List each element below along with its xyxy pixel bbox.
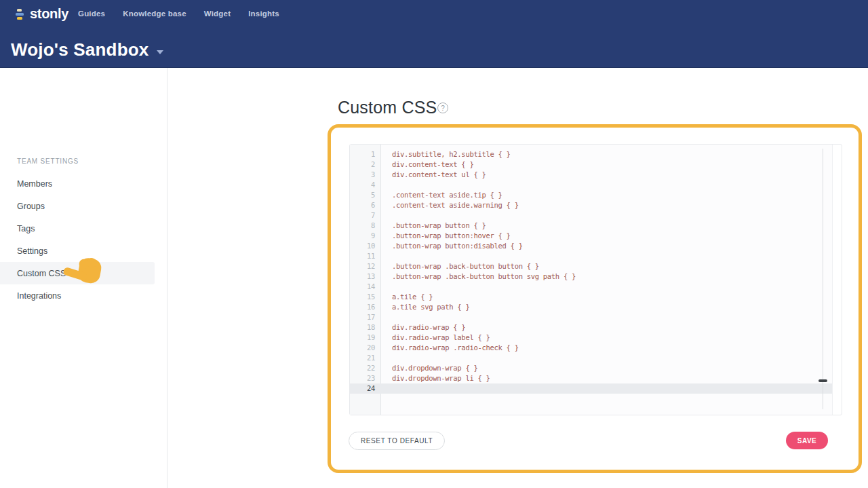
top-nav: GuidesKnowledge baseWidgetInsights bbox=[78, 0, 279, 27]
line-number: 5 bbox=[350, 190, 381, 200]
editor-scrollbar-track[interactable] bbox=[823, 149, 823, 409]
code-line-17[interactable]: 17 bbox=[350, 312, 832, 322]
top-header: stonly GuidesKnowledge baseWidgetInsight… bbox=[0, 0, 868, 68]
line-number: 15 bbox=[350, 292, 381, 302]
line-number: 23 bbox=[350, 373, 381, 383]
line-number: 7 bbox=[350, 210, 381, 221]
line-number: 11 bbox=[350, 251, 381, 261]
line-code: div.content-text { } bbox=[381, 159, 473, 170]
stonly-logo[interactable]: stonly bbox=[15, 6, 68, 22]
code-line-15[interactable]: 15a.tile { } bbox=[350, 292, 832, 302]
code-line-13[interactable]: 13.button-wrap .back-button button svg p… bbox=[350, 271, 832, 282]
line-number: 18 bbox=[350, 322, 381, 333]
editor-scroll-area: 1div.subtitle, h2.subtitle { }2div.conte… bbox=[350, 145, 833, 415]
nav-item-guides[interactable]: Guides bbox=[78, 10, 105, 18]
settings-sidebar: TEAM SETTINGS MembersGroupsTagsSettingsC… bbox=[0, 68, 167, 488]
line-code: div.dropdown-wrap { } bbox=[381, 363, 477, 373]
line-code: div.content-text ul { } bbox=[381, 170, 486, 180]
code-line-2[interactable]: 2div.content-text { } bbox=[350, 159, 832, 170]
sidebar-item-custom-css[interactable]: Custom CSS bbox=[0, 262, 155, 284]
code-line-6[interactable]: 6.content-text aside.warning { } bbox=[350, 200, 832, 210]
sidebar-item-integrations[interactable]: Integrations bbox=[0, 284, 167, 307]
line-number: 22 bbox=[350, 363, 381, 373]
line-number: 24 bbox=[350, 383, 381, 394]
line-code bbox=[381, 282, 392, 292]
sidebar-item-members[interactable]: Members bbox=[0, 172, 167, 195]
save-button[interactable]: SAVE bbox=[786, 432, 828, 449]
code-lines: 1div.subtitle, h2.subtitle { }2div.conte… bbox=[350, 149, 832, 394]
line-code: div.radio-wrap { } bbox=[381, 322, 465, 333]
line-number: 14 bbox=[350, 282, 381, 292]
code-line-12[interactable]: 12.button-wrap .back-button button { } bbox=[350, 261, 832, 271]
line-number: 10 bbox=[350, 241, 381, 251]
line-number: 6 bbox=[350, 200, 381, 210]
code-line-20[interactable]: 20div.radio-wrap .radio-check { } bbox=[350, 343, 832, 353]
line-number: 20 bbox=[350, 343, 381, 353]
stonly-logo-icon bbox=[15, 7, 26, 21]
line-number: 13 bbox=[350, 271, 381, 282]
code-line-14[interactable]: 14 bbox=[350, 282, 832, 292]
line-code: .button-wrap button { } bbox=[381, 221, 486, 231]
sidebar-item-groups[interactable]: Groups bbox=[0, 195, 167, 217]
nav-item-widget[interactable]: Widget bbox=[204, 10, 231, 18]
chevron-down-icon bbox=[157, 50, 163, 54]
custom-css-card: 1div.subtitle, h2.subtitle { }2div.conte… bbox=[328, 124, 862, 473]
code-line-5[interactable]: 5.content-text aside.tip { } bbox=[350, 190, 832, 200]
line-code: div.subtitle, h2.subtitle { } bbox=[381, 149, 511, 159]
line-code: a.tile svg path { } bbox=[381, 302, 469, 312]
help-icon[interactable]: ? bbox=[437, 102, 448, 113]
code-line-19[interactable]: 19div.radio-wrap label { } bbox=[350, 333, 832, 343]
line-number: 12 bbox=[350, 261, 381, 271]
code-line-22[interactable]: 22div.dropdown-wrap { } bbox=[350, 363, 832, 373]
workspace-selector[interactable]: Wojo's Sandbox bbox=[11, 39, 163, 60]
code-line-18[interactable]: 18div.radio-wrap { } bbox=[350, 322, 832, 333]
reset-to-default-button[interactable]: RESET TO DEFAULT bbox=[349, 432, 445, 450]
code-line-16[interactable]: 16a.tile svg path { } bbox=[350, 302, 832, 312]
line-code: .content-text aside.tip { } bbox=[381, 190, 502, 200]
line-number: 19 bbox=[350, 333, 381, 343]
line-code: .button-wrap .back-button button { } bbox=[381, 261, 539, 271]
code-line-11[interactable]: 11 bbox=[350, 251, 832, 261]
code-line-23[interactable]: 23div.dropdown-wrap li { } bbox=[350, 373, 832, 383]
line-number: 21 bbox=[350, 353, 381, 363]
line-code: .button-wrap button:disabled { } bbox=[381, 241, 523, 251]
workspace-title: Wojo's Sandbox bbox=[11, 39, 149, 60]
nav-item-insights[interactable]: Insights bbox=[248, 10, 279, 18]
line-code: a.tile { } bbox=[381, 292, 433, 302]
editor-scrollbar-thumb[interactable] bbox=[818, 379, 827, 382]
logo-text: stonly bbox=[30, 6, 68, 22]
code-line-10[interactable]: 10.button-wrap button:disabled { } bbox=[350, 241, 832, 251]
line-code bbox=[381, 353, 392, 363]
code-line-4[interactable]: 4 bbox=[350, 180, 832, 190]
code-line-24[interactable]: 24 bbox=[350, 383, 832, 394]
sidebar-section-title: TEAM SETTINGS bbox=[17, 157, 79, 165]
line-code: .button-wrap button:hover { } bbox=[381, 231, 511, 241]
line-number: 9 bbox=[350, 231, 381, 241]
line-number: 1 bbox=[350, 149, 381, 159]
line-code: .content-text aside.warning { } bbox=[381, 200, 519, 210]
line-code bbox=[381, 180, 392, 190]
line-number: 4 bbox=[350, 180, 381, 190]
line-number: 3 bbox=[350, 170, 381, 180]
line-code: div.radio-wrap .radio-check { } bbox=[381, 343, 519, 353]
code-line-1[interactable]: 1div.subtitle, h2.subtitle { } bbox=[350, 149, 832, 159]
line-code: .button-wrap .back-button button svg pat… bbox=[381, 271, 576, 282]
line-code bbox=[381, 312, 392, 322]
code-line-21[interactable]: 21 bbox=[350, 353, 832, 363]
code-line-3[interactable]: 3div.content-text ul { } bbox=[350, 170, 832, 180]
sidebar-items: MembersGroupsTagsSettingsCustom CSSInteg… bbox=[0, 172, 167, 307]
line-code bbox=[381, 210, 392, 221]
sidebar-item-tags[interactable]: Tags bbox=[0, 217, 167, 240]
line-number: 17 bbox=[350, 312, 381, 322]
line-number: 2 bbox=[350, 159, 381, 170]
code-line-8[interactable]: 8.button-wrap button { } bbox=[350, 221, 832, 231]
code-line-9[interactable]: 9.button-wrap button:hover { } bbox=[350, 231, 832, 241]
line-code bbox=[381, 383, 392, 394]
line-code bbox=[381, 251, 392, 261]
sidebar-item-settings[interactable]: Settings bbox=[0, 240, 167, 262]
line-code: div.dropdown-wrap li { } bbox=[381, 373, 490, 383]
page-title: Custom CSS bbox=[338, 98, 437, 117]
code-line-7[interactable]: 7 bbox=[350, 210, 832, 221]
nav-item-knowledge-base[interactable]: Knowledge base bbox=[123, 10, 186, 18]
css-code-editor[interactable]: 1div.subtitle, h2.subtitle { }2div.conte… bbox=[349, 144, 842, 415]
